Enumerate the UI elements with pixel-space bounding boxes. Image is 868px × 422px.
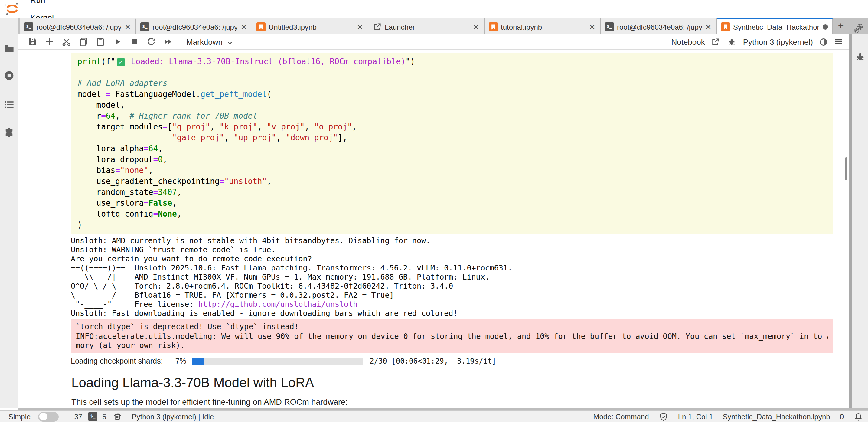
notebook-icon — [489, 22, 498, 31]
sidebar-top-spacer — [0, 18, 18, 34]
jupyterlab-window: FileEditViewRunKernelTabsSettingsHelp $_… — [0, 0, 868, 422]
notebook-icon — [256, 22, 266, 31]
stop-icon[interactable] — [129, 37, 139, 47]
open-in-new-icon[interactable] — [710, 37, 720, 47]
code-line: print(f"✓ Loaded: Llama-3.3-70B-Instruct… — [78, 56, 833, 67]
cell-type-dropdown[interactable]: Markdown — [186, 37, 223, 46]
tab-tutorial-ipynb[interactable]: tutorial.ipynb✕ — [485, 18, 601, 34]
kernel-name[interactable]: Python 3 (ipykernel) — [743, 37, 813, 46]
code-line — [78, 67, 833, 78]
tab-label: root@dfc96034e0a6: /jupyt — [152, 23, 237, 31]
code-line: bias="none", — [78, 165, 833, 176]
tab-untitled3-ipynb[interactable]: Untitled3.ipynb✕ — [252, 18, 368, 34]
terminals-count[interactable]: 37 — [74, 412, 82, 421]
tab-synthetic-data-hackathon-i[interactable]: Synthetic_Data_Hackathon.i — [717, 18, 833, 34]
save-icon[interactable] — [28, 37, 37, 47]
menu-bar: FileEditViewRunKernelTabsSettingsHelp — [0, 0, 868, 18]
tab-label: Untitled3.ipynb — [269, 23, 353, 31]
simple-mode-label: Simple — [8, 412, 31, 421]
code-line: use_rslora=False, — [78, 198, 833, 209]
kernel-status-icon[interactable] — [818, 37, 828, 47]
jupyter-logo — [5, 1, 19, 16]
close-icon[interactable]: ✕ — [705, 23, 712, 31]
bell-icon[interactable] — [854, 412, 863, 421]
notebook-mode-label: Notebook — [671, 37, 705, 46]
output-line: Unsloth: WARNING `trust_remote_code` is … — [71, 245, 849, 254]
code-line: lora_dropout=0, — [78, 154, 833, 165]
debugger-panel-icon[interactable] — [855, 52, 866, 62]
cut-icon[interactable] — [62, 37, 71, 47]
tab-launcher[interactable]: Launcher✕ — [368, 18, 485, 34]
tab-label: root@dfc96034e0a6: /jupyt — [617, 23, 702, 31]
file-browser-icon[interactable] — [3, 43, 14, 54]
gears-icon[interactable] — [854, 23, 864, 34]
close-icon[interactable]: ✕ — [589, 23, 596, 31]
run-icon[interactable] — [113, 37, 122, 47]
cell-output: Unsloth: AMD currently is not stable wit… — [71, 236, 849, 318]
notification-count[interactable]: 0 — [840, 412, 844, 421]
progress-track — [192, 357, 363, 364]
chevron-down-icon[interactable] — [226, 38, 234, 46]
notebook-content[interactable]: print(f"✓ Loaded: Llama-3.3-70B-Instruct… — [18, 50, 849, 408]
progress-row: Loading checkpoint shards: 7% 2/30 [00:0… — [71, 356, 849, 366]
tab-label: Synthetic_Data_Hackathon.i — [733, 23, 819, 31]
progress-stats: 2/30 [00:06<01:29, 3.19s/it] — [370, 357, 496, 365]
code-line: random_state=3407, — [78, 187, 833, 198]
restart-kernel-icon[interactable] — [146, 37, 156, 47]
status-bar: Simple 37 $_ 5 Python 3 (ipykernel) | Id… — [0, 410, 868, 422]
code-editor[interactable]: print(f"✓ Loaded: Llama-3.3-70B-Instruct… — [78, 56, 833, 231]
tab-label: tutorial.ipynb — [501, 23, 586, 31]
tab-root-dfc96034e0a6-jupyt[interactable]: $_root@dfc96034e0a6: /jupyt✕ — [20, 18, 136, 34]
close-icon[interactable]: ✕ — [124, 23, 131, 31]
terminal-icon: $_ — [88, 412, 97, 421]
code-cell[interactable]: print(f"✓ Loaded: Llama-3.3-70B-Instruct… — [71, 53, 833, 234]
close-icon[interactable]: ✕ — [240, 23, 247, 31]
stderr-output: `torch_dtype` is deprecated! Use `dtype`… — [71, 319, 833, 353]
add-cell-icon[interactable] — [45, 37, 55, 47]
output-line: \\ /| AMD Instinct MI300X VF. Num GPUs =… — [71, 272, 849, 281]
kernel-chip-icon — [112, 412, 122, 421]
code-line: lora_alpha=64, — [78, 143, 833, 154]
statusbar-left: Simple 37 $_ 5 Python 3 (ipykernel) | Id… — [8, 412, 220, 421]
paste-icon[interactable] — [96, 37, 105, 47]
right-sidebar — [852, 34, 868, 408]
close-icon[interactable]: ✕ — [472, 23, 480, 31]
hamburger-menu-icon[interactable] — [834, 37, 843, 47]
simple-mode-toggle[interactable] — [38, 412, 58, 421]
extensions-puzzle-icon[interactable] — [3, 127, 14, 138]
trusted-shield-icon[interactable] — [659, 412, 669, 421]
dirty-indicator — [823, 24, 828, 30]
code-line: target_modules=["q_proj", "k_proj", "v_p… — [78, 122, 833, 132]
progress-fill — [192, 357, 204, 364]
tab-root-dfc96034e0a6-jupyt[interactable]: $_root@dfc96034e0a6: /jupyt✕ — [136, 18, 252, 34]
code-line: use_gradient_checkpointing="unsloth", — [78, 176, 833, 187]
toolbar-right: Notebook Python 3 (ipykernel) — [671, 37, 843, 47]
notebook-panel: Markdown Notebook Python 3 (ipykernel) — [18, 34, 849, 408]
notebook-icon — [721, 22, 730, 31]
menu-run[interactable]: Run — [24, 0, 66, 9]
table-of-contents-icon[interactable] — [3, 99, 14, 110]
output-line: "-____-" Free license: http://github.com… — [71, 300, 849, 308]
debugger-toggle-icon[interactable] — [727, 37, 737, 47]
running-sessions-icon[interactable] — [3, 70, 14, 81]
scrollbar-thumb[interactable] — [845, 157, 847, 180]
stderr-line: mory (at your own risk). — [75, 341, 828, 350]
run-all-icon[interactable] — [163, 37, 173, 47]
new-tab-button[interactable]: + — [833, 18, 849, 34]
code-line: r=64, # Higher rank for 70B model — [78, 111, 833, 122]
main-area: Markdown Notebook Python 3 (ipykernel) — [0, 34, 868, 408]
statusbar-right: Mode: Command Ln 1, Col 1 Synthetic_Data… — [593, 412, 863, 421]
copy-icon[interactable] — [79, 37, 88, 47]
output-line: Unsloth: Fast downloading is enabled - i… — [71, 308, 849, 318]
output-line: Are you certain you want to do remote co… — [71, 254, 849, 263]
cursor-position[interactable]: Ln 1, Col 1 — [678, 412, 713, 421]
close-icon[interactable]: ✕ — [356, 23, 364, 31]
stderr-line: `torch_dtype` is deprecated! Use `dtype`… — [75, 322, 828, 331]
output-line: \ / Bfloat16 = TRUE. FA [Xformers = 0.0.… — [71, 291, 849, 300]
kernel-status-text[interactable]: Python 3 (ipykernel) | Idle — [131, 412, 214, 421]
terminal-icon: $_ — [605, 22, 614, 31]
mode-indicator[interactable]: Mode: Command — [593, 412, 649, 421]
output-line: ==((====))== Unsloth 2025.10.6: Fast Lla… — [71, 263, 849, 272]
tab-root-dfc96034e0a6-jupyt[interactable]: $_root@dfc96034e0a6: /jupyt✕ — [601, 18, 717, 34]
kernels-count[interactable]: 5 — [102, 412, 106, 421]
